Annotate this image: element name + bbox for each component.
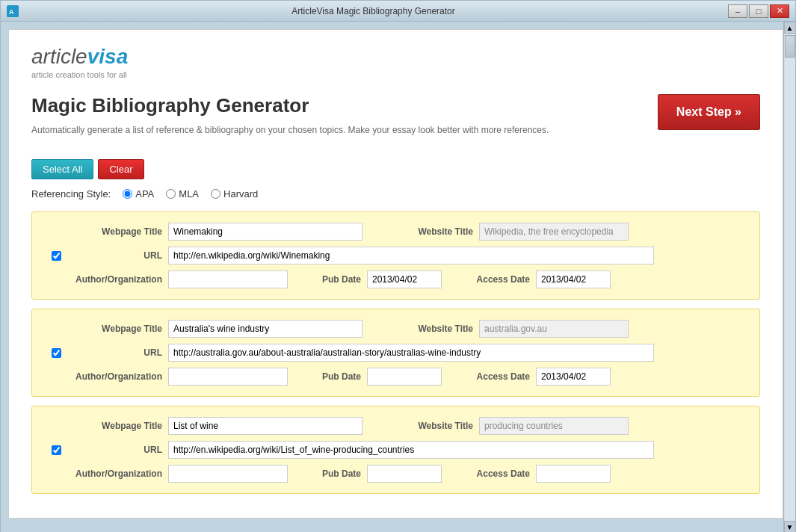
website-title-label-0: Website Title bbox=[383, 226, 473, 237]
ref-harvard-label[interactable]: Harvard bbox=[211, 188, 258, 200]
ref-mla-radio[interactable] bbox=[166, 189, 176, 199]
main-area: articlevisa article creation tools for a… bbox=[1, 22, 795, 532]
access-date-input-0[interactable] bbox=[536, 270, 611, 288]
pub-date-label-0: Pub Date bbox=[309, 274, 361, 285]
ref-apa-label[interactable]: APA bbox=[123, 188, 154, 200]
inner-content: articlevisa article creation tools for a… bbox=[8, 29, 783, 519]
entry-checkbox-cell-1 bbox=[46, 348, 67, 358]
pub-date-input-2[interactable] bbox=[367, 465, 442, 483]
entry-card-0: Webpage Title Website Title URL Author/O… bbox=[31, 211, 760, 300]
website-title-input-0[interactable] bbox=[479, 223, 629, 241]
svg-text:A: A bbox=[9, 8, 14, 16]
author-input-2[interactable] bbox=[168, 465, 288, 483]
ref-style-label: Referencing Style: bbox=[31, 188, 111, 200]
logo: articlevisa bbox=[31, 45, 760, 69]
url-input-0[interactable] bbox=[168, 247, 654, 265]
ref-harvard-radio[interactable] bbox=[211, 189, 220, 199]
scroll-track bbox=[785, 34, 795, 521]
logo-area: articlevisa article creation tools for a… bbox=[31, 45, 760, 79]
entry-checkbox-cell-2 bbox=[46, 445, 67, 455]
header-text-area: Magic Bibliography Generator Automatical… bbox=[31, 94, 549, 152]
pub-date-input-1[interactable] bbox=[367, 368, 442, 386]
entry-row-title-0: Webpage Title Website Title bbox=[46, 223, 746, 241]
header-row: Magic Bibliography Generator Automatical… bbox=[31, 94, 760, 152]
ref-style-row: Referencing Style: APA MLA Harvard bbox=[31, 188, 760, 200]
access-date-input-2[interactable] bbox=[536, 465, 611, 483]
webpage-title-label-0: Webpage Title bbox=[72, 226, 162, 237]
entry-checkbox-cell-0 bbox=[46, 251, 67, 261]
entry-row-meta-1: Author/Organization Pub Date Access Date bbox=[46, 368, 746, 386]
scroll-down-arrow[interactable]: ▼ bbox=[784, 521, 796, 532]
website-title-input-1[interactable] bbox=[479, 320, 629, 338]
access-date-label-2: Access Date bbox=[463, 468, 530, 479]
access-date-label-1: Access Date bbox=[463, 371, 530, 382]
entry-row-meta-2: Author/Organization Pub Date Access Date bbox=[46, 465, 746, 483]
url-input-2[interactable] bbox=[168, 441, 654, 459]
url-label-0: URL bbox=[72, 250, 162, 261]
author-input-1[interactable] bbox=[168, 368, 288, 386]
next-step-button[interactable]: Next Step » bbox=[658, 94, 760, 130]
url-label-2: URL bbox=[72, 445, 162, 455]
buttons-row: Select All Clear bbox=[31, 159, 760, 179]
ref-mla-label[interactable]: MLA bbox=[166, 188, 199, 200]
entry-checkbox-0[interactable] bbox=[52, 251, 61, 261]
webpage-title-input-2[interactable] bbox=[168, 417, 362, 435]
access-date-label-0: Access Date bbox=[463, 274, 530, 285]
webpage-title-input-0[interactable] bbox=[168, 223, 362, 241]
logo-article: article bbox=[31, 45, 87, 68]
page-title: Magic Bibliography Generator bbox=[31, 94, 549, 117]
logo-subtitle: article creation tools for all bbox=[31, 70, 760, 79]
author-label-2: Author/Organization bbox=[72, 468, 162, 479]
website-title-input-2[interactable] bbox=[479, 417, 629, 435]
close-button[interactable]: ✕ bbox=[770, 4, 789, 18]
pub-date-input-0[interactable] bbox=[367, 270, 442, 288]
entry-checkbox-1[interactable] bbox=[52, 348, 61, 358]
window-controls: – □ ✕ bbox=[728, 4, 789, 18]
app-icon: A bbox=[7, 5, 19, 17]
content-area: articlevisa article creation tools for a… bbox=[1, 22, 783, 532]
webpage-title-label-1: Webpage Title bbox=[72, 324, 162, 334]
entry-checkbox-2[interactable] bbox=[52, 445, 61, 455]
webpage-title-label-2: Webpage Title bbox=[72, 421, 162, 431]
page-description: Automatically generate a list of referen… bbox=[31, 123, 549, 137]
author-label-0: Author/Organization bbox=[72, 274, 162, 285]
webpage-title-input-1[interactable] bbox=[168, 320, 362, 338]
minimize-button[interactable]: – bbox=[728, 4, 747, 18]
entry-row-title-2: Webpage Title Website Title bbox=[46, 417, 746, 435]
website-title-label-1: Website Title bbox=[383, 324, 473, 334]
entry-card-2: Webpage Title Website Title URL Author/O… bbox=[31, 406, 760, 494]
entry-row-url-0: URL bbox=[46, 247, 746, 265]
entry-row-url-1: URL bbox=[46, 344, 746, 362]
window-title: ArticleVisa Magic Bibliography Generator bbox=[19, 6, 728, 16]
select-all-button[interactable]: Select All bbox=[31, 159, 93, 179]
scrollbar: ▲ ▼ bbox=[783, 22, 795, 532]
entry-card-1: Webpage Title Website Title URL Author/O… bbox=[31, 309, 760, 397]
pub-date-label-2: Pub Date bbox=[309, 468, 361, 479]
website-title-label-2: Website Title bbox=[383, 421, 473, 431]
entry-row-url-2: URL bbox=[46, 441, 746, 459]
pub-date-label-1: Pub Date bbox=[309, 371, 361, 382]
scroll-thumb[interactable] bbox=[785, 35, 795, 58]
access-date-input-1[interactable] bbox=[536, 368, 611, 386]
clear-button[interactable]: Clear bbox=[98, 159, 144, 179]
author-input-0[interactable] bbox=[168, 270, 288, 288]
restore-button[interactable]: □ bbox=[749, 4, 768, 18]
url-input-1[interactable] bbox=[168, 344, 654, 362]
ref-apa-radio[interactable] bbox=[123, 189, 132, 199]
scroll-up-arrow[interactable]: ▲ bbox=[784, 22, 796, 34]
url-label-1: URL bbox=[72, 347, 162, 358]
entry-row-meta-0: Author/Organization Pub Date Access Date bbox=[46, 270, 746, 288]
author-label-1: Author/Organization bbox=[72, 371, 162, 382]
title-bar: A ArticleVisa Magic Bibliography Generat… bbox=[1, 1, 795, 22]
window: A ArticleVisa Magic Bibliography Generat… bbox=[0, 0, 796, 532]
logo-visa: visa bbox=[87, 45, 129, 68]
entry-row-title-1: Webpage Title Website Title bbox=[46, 320, 746, 338]
entry-cards: Webpage Title Website Title URL Author/O… bbox=[31, 211, 760, 494]
